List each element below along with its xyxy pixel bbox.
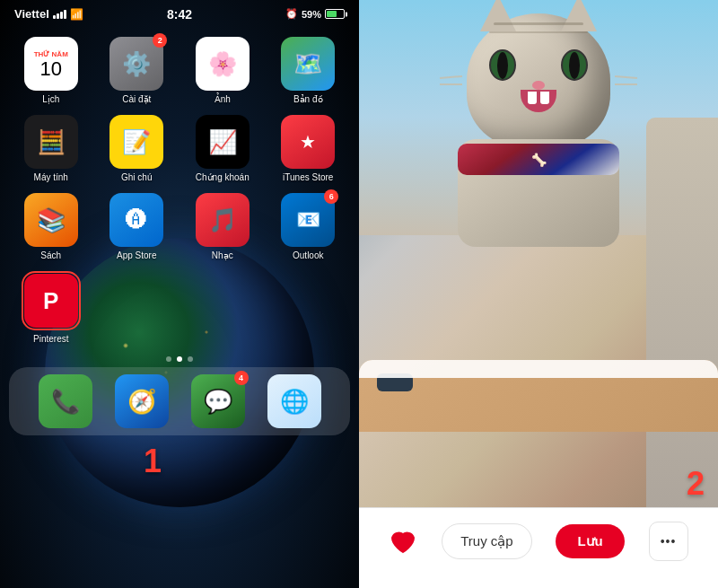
safari-glyph: 🧭 xyxy=(127,388,156,416)
messages-glyph: 💬 xyxy=(204,388,232,416)
settings-label: Cài đặt xyxy=(122,94,151,104)
dot-1 xyxy=(166,356,171,362)
signal-bar-1 xyxy=(53,15,56,19)
more-options-button[interactable]: ••• xyxy=(649,522,688,561)
dot-2-active xyxy=(177,356,182,362)
cat-head xyxy=(467,13,610,148)
app-icon-pinterest[interactable]: P Pinterest xyxy=(13,271,90,344)
wifi-icon: 📶 xyxy=(70,8,83,21)
right-panel: 🦴 2 Truy cập Lưu • xyxy=(359,0,718,588)
status-right: ⏰ 59% xyxy=(285,8,345,20)
browser-glyph: 🌐 xyxy=(280,388,309,416)
cat-bandana: 🦴 xyxy=(458,144,619,175)
app-icon-appstore[interactable]: 🅐 App Store xyxy=(99,193,176,260)
app-grid-row1: THỨ NĂM 10 Lịch ⚙️ 2 Cài đặt 🌸 Ảnh 🗺️ Bả xyxy=(0,28,359,113)
maps-label: Bản đồ xyxy=(293,94,323,104)
app-grid-row3: 📚 Sách 🅐 App Store 🎵 Nhạc 📧 6 Outlook xyxy=(0,184,359,269)
signal-bar-2 xyxy=(57,13,59,19)
app-icon-photos[interactable]: 🌸 Ảnh xyxy=(184,37,261,104)
photos-glyph: 🌸 xyxy=(208,50,237,78)
whisker-left-mid xyxy=(440,83,462,85)
stocks-label: Chứng khoán xyxy=(196,172,250,182)
calendar-icon-body: THỨ NĂM 10 xyxy=(24,37,78,91)
stocks-glyph: 📈 xyxy=(208,128,237,156)
itunes-glyph: ★ xyxy=(300,131,316,153)
app-grid-row2: 🧮 Máy tính 📝 Ghi chú 📈 Chứng khoán ★ iTu… xyxy=(0,106,359,191)
truy-cap-button[interactable]: Truy cập xyxy=(442,523,531,559)
tooth-1 xyxy=(528,92,537,104)
appstore-icon-body: 🅐 xyxy=(109,193,163,247)
outlook-glyph: 📧 xyxy=(296,208,320,232)
dock-messages[interactable]: 💬 4 xyxy=(191,374,245,428)
signal-bar-4 xyxy=(64,10,66,19)
page-dots xyxy=(0,356,359,362)
notes-label: Ghi chú xyxy=(121,172,152,182)
photos-icon-body: 🌸 xyxy=(196,37,250,91)
app-icon-calendar[interactable]: THỨ NĂM 10 Lịch xyxy=(13,37,90,104)
app-icon-music[interactable]: 🎵 Nhạc xyxy=(184,193,261,260)
cat-photo-background: 🦴 xyxy=(359,0,718,588)
app-icon-settings[interactable]: ⚙️ 2 Cài đặt xyxy=(99,37,176,104)
app-icon-outlook[interactable]: 📧 6 Outlook xyxy=(270,193,347,260)
status-left: Viettel 📶 xyxy=(14,7,83,21)
step-2-label: 2 xyxy=(687,465,705,503)
pinterest-label: Pinterest xyxy=(33,334,68,344)
books-label: Sách xyxy=(40,250,61,260)
dock-phone[interactable]: 📞 xyxy=(39,374,92,428)
calendar-label: Lịch xyxy=(42,94,59,104)
music-label: Nhạc xyxy=(212,250,233,260)
itunes-icon-body: ★ xyxy=(281,115,335,169)
fur-stripe-2 xyxy=(489,31,588,33)
pinterest-icon-body: P xyxy=(24,274,78,328)
phone-glyph: 📞 xyxy=(51,388,80,416)
battery-fill xyxy=(327,11,337,17)
sleeve xyxy=(359,360,718,378)
signal-bars xyxy=(53,10,66,19)
app-icon-itunes[interactable]: ★ iTunes Store xyxy=(270,115,347,182)
cat-eye-right xyxy=(561,49,588,81)
pinterest-glyph: P xyxy=(43,287,58,315)
left-panel: Viettel 📶 8:42 ⏰ 59% THỨ NĂM xyxy=(0,0,359,588)
dot-3 xyxy=(188,356,193,362)
time-display: 8:42 xyxy=(167,7,192,22)
heart-icon xyxy=(389,527,417,556)
step-1-label: 1 xyxy=(144,443,162,480)
settings-badge: 2 xyxy=(153,33,167,48)
outlook-badge: 6 xyxy=(324,189,338,204)
battery-body xyxy=(325,9,345,19)
cat-mouth xyxy=(521,90,556,112)
cat-area: 🦴 xyxy=(359,0,718,441)
maps-glyph: 🗺️ xyxy=(293,50,322,78)
settings-glyph: ⚙️ xyxy=(122,50,151,78)
whisker-right-mid xyxy=(615,83,637,85)
notes-icon-body: 📝 xyxy=(109,115,163,169)
maps-icon-body: 🗺️ xyxy=(281,37,335,91)
app-icon-notes[interactable]: 📝 Ghi chú xyxy=(99,115,176,182)
dock-messages-icon: 💬 4 xyxy=(191,374,245,428)
app-icon-maps[interactable]: 🗺️ Bản đồ xyxy=(270,37,347,104)
app-icon-stocks[interactable]: 📈 Chứng khoán xyxy=(184,115,261,182)
dock-browser[interactable]: 🌐 xyxy=(267,374,321,428)
notes-glyph: 📝 xyxy=(122,128,151,156)
whisker-right-top xyxy=(615,75,637,79)
app-icon-books[interactable]: 📚 Sách xyxy=(13,193,90,260)
calendar-date: 10 xyxy=(40,59,62,79)
human-arm xyxy=(359,360,718,432)
status-bar: Viettel 📶 8:42 ⏰ 59% xyxy=(0,0,359,24)
calculator-label: Máy tính xyxy=(34,172,68,182)
cat-pupil-left xyxy=(497,52,508,79)
music-icon-body: 🎵 xyxy=(196,193,250,247)
cat-teeth xyxy=(521,90,556,104)
action-bar: Truy cập Lưu ••• xyxy=(359,507,718,588)
heart-button[interactable] xyxy=(389,527,417,556)
messages-badge: 4 xyxy=(234,371,249,385)
cat-ear-right xyxy=(561,0,597,31)
luu-button[interactable]: Lưu xyxy=(556,524,624,558)
music-glyph: 🎵 xyxy=(208,206,237,234)
calculator-icon-body: 🧮 xyxy=(24,115,78,169)
dock-safari-icon: 🧭 xyxy=(115,374,169,428)
cat-nose xyxy=(532,81,545,90)
dock-safari[interactable]: 🧭 xyxy=(115,374,169,428)
app-icon-calculator[interactable]: 🧮 Máy tính xyxy=(13,115,90,182)
cat-pupil-right xyxy=(569,52,580,79)
